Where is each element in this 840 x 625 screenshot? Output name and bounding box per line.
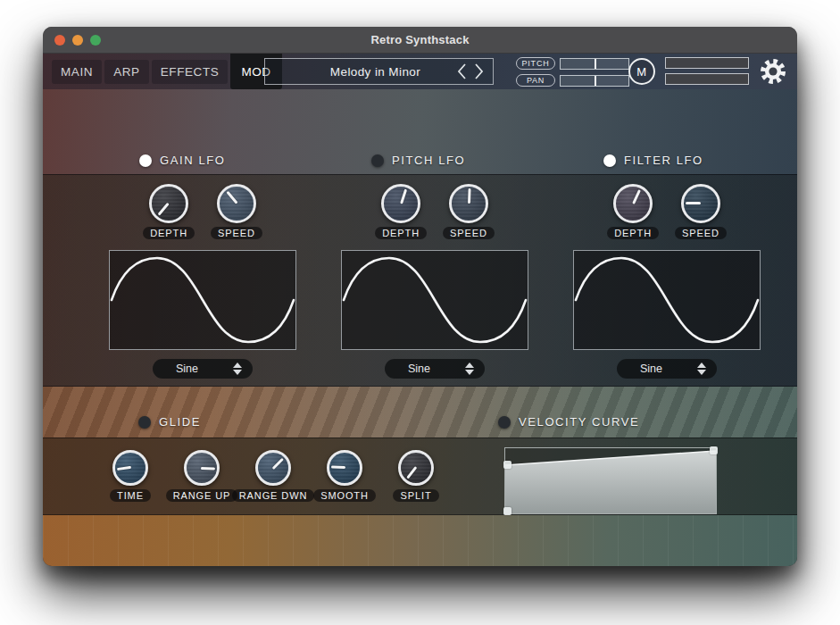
settings-gear-icon[interactable]	[760, 58, 786, 85]
gain-lfo-depth-label: DEPTH	[143, 227, 195, 239]
glide-smooth-knob[interactable]	[327, 450, 362, 486]
filter-lfo-wave-select[interactable]: Sine	[617, 359, 717, 379]
knob-pointer	[145, 179, 193, 228]
velocity-handle-top-right[interactable]	[710, 446, 718, 454]
plugin-window: Retro Synthstack MAIN ARP EFFECTS MOD Me…	[43, 27, 797, 566]
velocity-curve-label: VELOCITY CURVE	[519, 415, 639, 429]
pitch-lfo-speed-knob[interactable]	[449, 184, 488, 223]
velocity-curve-led[interactable]	[498, 416, 511, 429]
filter-lfo-led[interactable]	[603, 154, 616, 167]
glide-time-label: TIME	[110, 489, 151, 502]
glide-label: GLIDE	[159, 415, 201, 429]
gain-lfo-label: GAIN LFO	[160, 154, 225, 167]
glide-range-dwn-label: RANGE DWN	[232, 489, 315, 502]
pitch-lfo-column: DEPTH SPEED Sine	[341, 175, 528, 386]
pitch-lfo-wave-select[interactable]: Sine	[385, 359, 485, 379]
filter-lfo-waveform-display	[573, 250, 761, 350]
gain-lfo-toggle[interactable]: GAIN LFO	[109, 154, 296, 174]
glide-range-up-knob[interactable]	[184, 450, 220, 486]
footer-strip	[43, 515, 797, 566]
tab-bar: MAIN ARP EFFECTS MOD	[52, 54, 282, 89]
glide-split-label: SPLIT	[393, 489, 438, 502]
pitch-lfo-toggle[interactable]: PITCH LFO	[341, 154, 528, 174]
filter-lfo-wave-value: Sine	[640, 362, 662, 375]
select-arrows-icon	[697, 359, 706, 379]
pitch-lfo-wave-value: Sine	[408, 362, 430, 375]
knob-pointer	[252, 446, 295, 489]
velocity-curve-display[interactable]	[504, 447, 717, 514]
select-arrows-icon	[233, 359, 242, 379]
knob-pointer	[113, 451, 147, 485]
minimize-button[interactable]	[72, 35, 83, 46]
preset-name: Melody in Minor	[265, 65, 455, 79]
velocity-shape	[505, 451, 716, 513]
gain-lfo-waveform-display	[109, 250, 296, 350]
knob-pointer	[186, 452, 217, 483]
preset-next-icon[interactable]	[471, 62, 486, 80]
pitch-lfo-speed-label: SPEED	[443, 227, 495, 239]
velocity-handle-bottom-left[interactable]	[503, 507, 511, 515]
header-bar: MAIN ARP EFFECTS MOD Melody in Minor PIT…	[43, 54, 797, 89]
glide-led[interactable]	[138, 416, 151, 429]
filter-lfo-toggle[interactable]: FILTER LFO	[573, 154, 761, 174]
window-title: Retro Synthstack	[43, 33, 797, 46]
tab-main[interactable]: MAIN	[52, 60, 102, 84]
knob-pointer	[611, 181, 655, 226]
preset-prev-icon[interactable]	[455, 62, 470, 80]
pitch-label: PITCH	[516, 57, 555, 70]
glide-time-knob[interactable]	[112, 450, 148, 486]
velocity-handle-left[interactable]	[503, 461, 511, 469]
filter-lfo-depth-knob[interactable]	[613, 184, 653, 223]
meter-right	[665, 73, 749, 85]
knob-pointer	[329, 452, 360, 483]
zoom-button[interactable]	[90, 35, 101, 46]
pitch-lfo-depth-label: DEPTH	[375, 227, 427, 239]
pitch-pan-group: PITCH PAN	[516, 57, 629, 87]
filter-lfo-speed-label: SPEED	[675, 227, 727, 239]
titlebar: Retro Synthstack	[43, 27, 797, 54]
filter-lfo-label: FILTER LFO	[624, 154, 703, 167]
gain-lfo-depth-knob[interactable]	[149, 184, 188, 223]
gain-lfo-wave-value: Sine	[176, 362, 198, 375]
pitch-lfo-depth-knob[interactable]	[381, 184, 420, 223]
pan-label: PAN	[516, 74, 555, 87]
glide-split-knob[interactable]	[398, 450, 434, 486]
tab-arp[interactable]: ARP	[104, 60, 149, 84]
gain-lfo-speed-label: SPEED	[211, 227, 262, 239]
knob-pointer	[451, 186, 486, 221]
glide-range-up-label: RANGE UP	[166, 489, 238, 502]
glide-velocity-section: TIME RANGE UP RANGE DWN SMOOTH	[43, 438, 797, 515]
knob-pointer	[395, 446, 437, 489]
glide-knob-row: TIME RANGE UP RANGE DWN SMOOTH	[95, 450, 452, 502]
lfo-main-section: DEPTH SPEED Sine	[43, 174, 797, 387]
knob-pointer	[684, 187, 718, 221]
filter-lfo-depth-label: DEPTH	[607, 227, 659, 239]
pan-slider-thumb[interactable]	[595, 76, 596, 86]
pitch-slider-thumb[interactable]	[595, 59, 596, 69]
gain-lfo-led[interactable]	[139, 154, 152, 167]
lfo-toggle-strip: GAIN LFO PITCH LFO FILTER LFO	[43, 89, 797, 174]
glide-range-dwn-knob[interactable]	[255, 450, 291, 486]
glide-toggle[interactable]: GLIDE	[138, 415, 201, 438]
close-button[interactable]	[54, 35, 65, 46]
select-arrows-icon	[465, 359, 474, 379]
knob-pointer	[379, 182, 422, 225]
filter-lfo-speed-knob[interactable]	[681, 184, 720, 223]
gain-lfo-column: DEPTH SPEED Sine	[109, 175, 296, 386]
pitch-slider[interactable]	[560, 58, 629, 70]
glide-smooth-label: SMOOTH	[313, 489, 376, 502]
knob-pointer	[212, 179, 261, 228]
pan-slider[interactable]	[560, 75, 629, 87]
glide-velocity-strip: GLIDE VELOCITY CURVE	[43, 387, 797, 438]
filter-lfo-column: DEPTH SPEED Sine	[573, 175, 761, 386]
preset-selector[interactable]: Melody in Minor	[264, 58, 494, 85]
tab-effects[interactable]: EFFECTS	[152, 60, 229, 84]
pitch-lfo-led[interactable]	[371, 154, 384, 167]
meter-left	[665, 57, 749, 69]
gain-lfo-wave-select[interactable]: Sine	[153, 359, 253, 379]
pitch-lfo-waveform-display	[341, 250, 528, 350]
level-meters	[665, 57, 749, 85]
mono-button[interactable]: M	[628, 58, 655, 85]
gain-lfo-speed-knob[interactable]	[217, 184, 256, 223]
velocity-curve-toggle[interactable]: VELOCITY CURVE	[498, 415, 639, 438]
